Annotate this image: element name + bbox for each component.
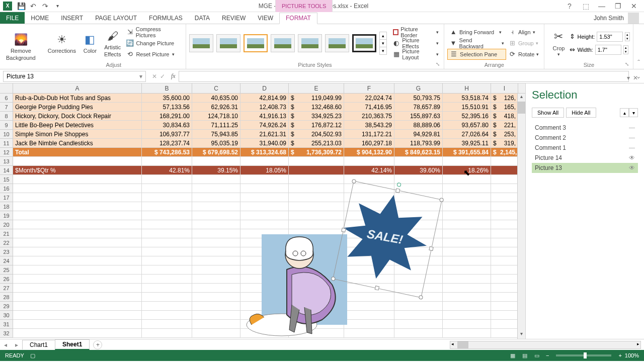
- spreadsheet-grid[interactable]: A B C D E F G H I 6 Rub-a-Dub-Dub Hot Tu…: [0, 83, 525, 339]
- cell[interactable]: [443, 329, 491, 338]
- row-header[interactable]: 19: [0, 211, 13, 220]
- cell[interactable]: [289, 166, 296, 175]
- cell[interactable]: [498, 256, 518, 265]
- cell[interactable]: [443, 229, 491, 238]
- compress-pictures-button[interactable]: ⇲Compress Pictures: [124, 27, 182, 38]
- col-header[interactable]: D: [240, 83, 289, 93]
- col-header[interactable]: B: [142, 83, 192, 93]
- resize-handle[interactable]: [341, 228, 346, 232]
- cell[interactable]: 418,: [498, 112, 518, 121]
- bring-forward-button[interactable]: ▲Bring Forward▾: [447, 27, 506, 38]
- reset-picture-button[interactable]: ⟲Reset Picture▾: [124, 49, 182, 60]
- cell[interactable]: 39.15%: [192, 166, 240, 175]
- col-header[interactable]: C: [192, 83, 240, 93]
- tab-data[interactable]: DATA: [189, 12, 216, 24]
- cell[interactable]: [13, 202, 142, 211]
- cell[interactable]: [491, 256, 498, 265]
- cell[interactable]: [13, 293, 142, 302]
- cell[interactable]: [192, 311, 240, 320]
- cell[interactable]: [142, 284, 192, 293]
- cell[interactable]: 106,937.77: [142, 130, 192, 139]
- cancel-formula-icon[interactable]: ✕: [152, 73, 157, 80]
- col-header[interactable]: F: [344, 83, 394, 93]
- styles-more-icon[interactable]: ▾: [380, 47, 386, 54]
- cell[interactable]: $ 904,132.90: [344, 148, 394, 157]
- cell[interactable]: [142, 265, 192, 275]
- visibility-hidden-icon[interactable]: —: [629, 134, 635, 141]
- cell[interactable]: 88,889.06: [394, 121, 443, 130]
- cell[interactable]: [491, 184, 498, 193]
- cell[interactable]: [192, 238, 240, 247]
- cell[interactable]: Little Bo-Beep Pet Detectives: [13, 121, 142, 130]
- row-header[interactable]: 30: [0, 311, 13, 320]
- width-down-icon[interactable]: ▾: [624, 50, 628, 54]
- cell[interactable]: [491, 193, 498, 202]
- cell[interactable]: [13, 157, 142, 166]
- cell[interactable]: 42.14%: [344, 166, 394, 175]
- view-page-break-icon[interactable]: ▭: [531, 352, 543, 359]
- tab-formulas[interactable]: FORMULAS: [143, 12, 189, 24]
- cell[interactable]: [498, 293, 518, 302]
- cell[interactable]: [192, 265, 240, 275]
- cell[interactable]: $Month/$Qtr %: [13, 166, 142, 175]
- cell[interactable]: 210,363.75: [344, 112, 394, 121]
- cell[interactable]: 93,657.80: [443, 121, 491, 130]
- row-header[interactable]: 10: [0, 130, 13, 139]
- cell[interactable]: [192, 275, 240, 284]
- reorder-up-icon[interactable]: ▴: [620, 108, 629, 117]
- redo-icon[interactable]: ↷: [40, 1, 50, 11]
- cell[interactable]: [491, 275, 498, 284]
- cell[interactable]: [13, 284, 142, 293]
- col-header[interactable]: H: [443, 83, 491, 93]
- cell[interactable]: [142, 229, 192, 238]
- cell[interactable]: [491, 265, 498, 275]
- enter-formula-icon[interactable]: ✓: [160, 73, 165, 80]
- corrections-button[interactable]: ☀Corrections: [45, 31, 79, 55]
- selection-pane-options-icon[interactable]: ▾: [627, 74, 630, 81]
- cell[interactable]: $: [491, 112, 498, 121]
- cell[interactable]: 74,926.24: [240, 121, 289, 130]
- cell[interactable]: 18.26%: [443, 166, 491, 175]
- cell[interactable]: [491, 247, 498, 256]
- tab-insert[interactable]: INSERT: [55, 12, 89, 24]
- tab-home[interactable]: HOME: [25, 12, 55, 24]
- row-header[interactable]: 18: [0, 202, 13, 211]
- cell[interactable]: 39,925.11: [443, 139, 491, 148]
- cell[interactable]: [192, 175, 240, 184]
- cell[interactable]: [443, 247, 491, 256]
- row-header[interactable]: 32: [0, 329, 13, 338]
- cell[interactable]: [498, 329, 518, 338]
- cell[interactable]: [192, 229, 240, 238]
- cell[interactable]: [13, 211, 142, 220]
- cell[interactable]: [443, 284, 491, 293]
- cell[interactable]: [498, 275, 518, 284]
- selection-item[interactable]: Comment 3—: [532, 123, 638, 133]
- row-header[interactable]: 16: [0, 184, 13, 193]
- cell[interactable]: [443, 265, 491, 275]
- cell[interactable]: [192, 293, 240, 302]
- cell[interactable]: [13, 184, 142, 193]
- resize-handle[interactable]: [352, 179, 356, 184]
- cell[interactable]: $ 313,324.68: [240, 148, 289, 157]
- picture-style-3[interactable]: [244, 34, 268, 52]
- height-down-icon[interactable]: ▾: [625, 37, 629, 41]
- cell[interactable]: Total: [13, 148, 142, 157]
- row-header[interactable]: 20: [0, 220, 13, 229]
- picture-style-5[interactable]: [298, 34, 322, 52]
- cell[interactable]: [240, 157, 289, 166]
- sheet-tab-chart1[interactable]: Chart1: [22, 340, 55, 349]
- remove-background-button[interactable]: 🌄 Remove Background: [3, 31, 39, 62]
- cell[interactable]: 118,793.99: [394, 139, 443, 148]
- cell[interactable]: [498, 202, 518, 211]
- cell[interactable]: 126,: [498, 94, 518, 103]
- cell[interactable]: [240, 175, 289, 184]
- cell[interactable]: 42.81%: [142, 166, 192, 175]
- undo-icon[interactable]: ↶: [28, 1, 38, 11]
- sheet-nav-next-icon[interactable]: ▸: [11, 341, 22, 348]
- ribbon-display-icon[interactable]: ⬚: [580, 2, 592, 10]
- height-input[interactable]: [597, 32, 623, 42]
- avatar[interactable]: [628, 13, 639, 24]
- cell[interactable]: [491, 157, 498, 166]
- selection-item[interactable]: Picture 13👁: [532, 163, 638, 173]
- cell[interactable]: 221,: [498, 121, 518, 130]
